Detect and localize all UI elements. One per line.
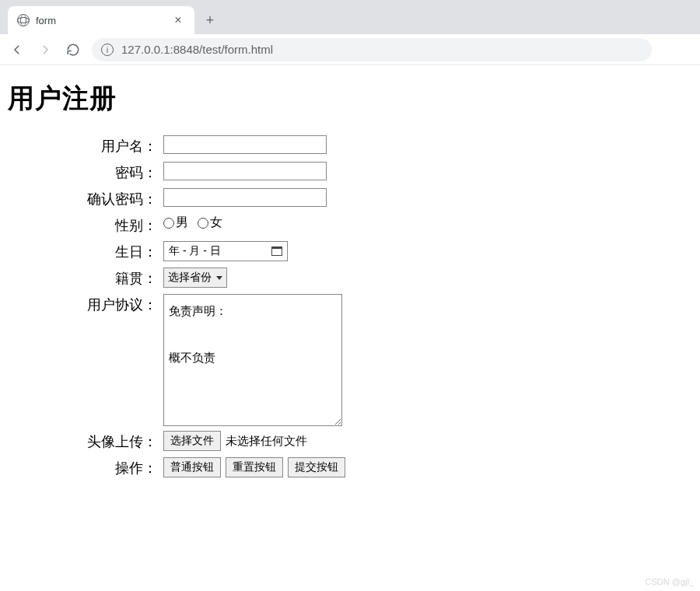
province-select[interactable]: 选择省份 (163, 268, 227, 288)
date-placeholder: 年 - 月 - 日 (169, 244, 221, 258)
globe-icon (17, 14, 30, 26)
new-tab-button[interactable]: + (199, 9, 221, 31)
watermark: CSDN @gjl_ (645, 577, 694, 586)
label-actions: 操作： (8, 457, 163, 479)
address-bar[interactable]: i 127.0.0.1:8848/test/form.html (92, 38, 652, 61)
reset-button[interactable]: 重置按钮 (226, 457, 283, 477)
choose-file-button[interactable]: 选择文件 (163, 431, 221, 451)
birthday-input[interactable]: 年 - 月 - 日 (163, 241, 288, 261)
page-title: 用户注册 (8, 81, 692, 117)
browser-tab[interactable]: form × (8, 6, 194, 34)
password-input[interactable] (163, 162, 327, 180)
forward-button[interactable] (36, 40, 54, 59)
label-agreement: 用户协议： (8, 294, 163, 316)
close-icon[interactable]: × (171, 13, 185, 27)
label-gender: 性别： (8, 215, 163, 236)
label-password: 密码： (8, 162, 163, 184)
radio-male[interactable]: 男 (163, 215, 188, 231)
province-select-value: 选择省份 (168, 271, 212, 285)
tab-title: form (36, 15, 165, 26)
label-confirm-password: 确认密码： (8, 188, 163, 210)
radio-icon (163, 218, 174, 229)
radio-female[interactable]: 女 (198, 215, 222, 231)
submit-button[interactable]: 提交按钮 (288, 457, 345, 477)
label-username: 用户名： (8, 135, 163, 157)
url-text: 127.0.0.1:8848/test/form.html (121, 43, 273, 56)
calendar-icon (271, 247, 282, 256)
label-origin: 籍贯： (8, 268, 163, 289)
radio-icon (198, 218, 208, 229)
page-content: 用户注册 用户名： 密码： 确认密码： 性别： 男 女 生日： 年 - 月 - (0, 65, 700, 499)
file-status: 未选择任何文件 (226, 434, 307, 449)
agreement-textarea[interactable] (163, 294, 342, 426)
chevron-down-icon (216, 276, 222, 280)
browser-tab-strip: form × + (0, 0, 700, 34)
normal-button[interactable]: 普通按钮 (163, 457, 221, 477)
confirm-password-input[interactable] (163, 188, 327, 207)
label-avatar: 头像上传： (8, 431, 163, 453)
radio-male-label: 男 (176, 215, 188, 231)
browser-toolbar: i 127.0.0.1:8848/test/form.html (0, 34, 700, 65)
label-birthday: 生日： (8, 241, 163, 263)
reload-button[interactable] (64, 40, 82, 59)
radio-female-label: 女 (210, 215, 222, 231)
username-input[interactable] (163, 135, 327, 154)
info-icon[interactable]: i (101, 44, 114, 56)
back-button[interactable] (8, 40, 26, 59)
